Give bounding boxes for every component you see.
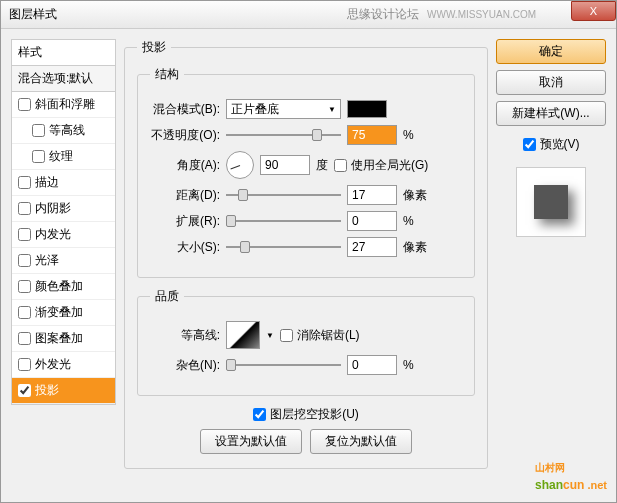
angle-input[interactable]: 90 (260, 155, 310, 175)
style-label: 等高线 (49, 122, 85, 139)
style-label: 内阴影 (35, 200, 71, 217)
opacity-label: 不透明度(O): (150, 127, 220, 144)
style-label: 外发光 (35, 356, 71, 373)
style-label: 渐变叠加 (35, 304, 83, 321)
style-checkbox[interactable] (18, 306, 31, 319)
action-panel: 确定 取消 新建样式(W)... 预览(V) (496, 39, 606, 492)
watermark: 山村网 shancun.net (535, 461, 607, 493)
style-checkbox[interactable] (18, 332, 31, 345)
style-label: 图案叠加 (35, 330, 83, 347)
style-label: 颜色叠加 (35, 278, 83, 295)
style-label: 光泽 (35, 252, 59, 269)
style-label: 斜面和浮雕 (35, 96, 95, 113)
style-item-10[interactable]: 外发光 (12, 352, 115, 378)
style-checkbox[interactable] (32, 124, 45, 137)
contour-picker[interactable] (226, 321, 260, 349)
knockout-checkbox[interactable]: 图层挖空投影(U) (137, 406, 475, 423)
cancel-button[interactable]: 取消 (496, 70, 606, 95)
size-input[interactable]: 27 (347, 237, 397, 257)
spread-input[interactable]: 0 (347, 211, 397, 231)
chevron-down-icon[interactable]: ▼ (266, 331, 274, 340)
preview-checkbox[interactable]: 预览(V) (496, 136, 606, 153)
preview-swatch (534, 185, 568, 219)
angle-dial[interactable] (226, 151, 254, 179)
quality-fieldset: 品质 等高线: ▼ 消除锯齿(L) 杂色(N): 0 % (137, 288, 475, 396)
titlebar: 图层样式 思缘设计论坛 WWW.MISSYUAN.COM X (1, 1, 616, 29)
close-button[interactable]: X (571, 1, 616, 21)
noise-slider[interactable] (226, 359, 341, 371)
style-checkbox[interactable] (18, 384, 31, 397)
style-item-4[interactable]: 内阴影 (12, 196, 115, 222)
styles-header[interactable]: 样式 (12, 40, 115, 66)
style-item-1[interactable]: 等高线 (12, 118, 115, 144)
main-legend: 投影 (137, 39, 171, 56)
angle-label: 角度(A): (150, 157, 220, 174)
layer-style-dialog: 图层样式 思缘设计论坛 WWW.MISSYUAN.COM X 样式 混合选项:默… (0, 0, 617, 503)
style-label: 描边 (35, 174, 59, 191)
style-label: 内发光 (35, 226, 71, 243)
style-checkbox[interactable] (18, 358, 31, 371)
spread-label: 扩展(R): (150, 213, 220, 230)
style-item-7[interactable]: 颜色叠加 (12, 274, 115, 300)
style-item-0[interactable]: 斜面和浮雕 (12, 92, 115, 118)
style-checkbox[interactable] (18, 280, 31, 293)
ok-button[interactable]: 确定 (496, 39, 606, 64)
antialias-checkbox[interactable]: 消除锯齿(L) (280, 327, 360, 344)
spread-slider[interactable] (226, 215, 341, 227)
blend-mode-dropdown[interactable]: 正片叠底▼ (226, 99, 341, 119)
styles-panel: 样式 混合选项:默认 斜面和浮雕等高线纹理描边内阴影内发光光泽颜色叠加渐变叠加图… (11, 39, 116, 492)
style-label: 投影 (35, 382, 59, 399)
style-checkbox[interactable] (18, 176, 31, 189)
style-checkbox[interactable] (18, 98, 31, 111)
global-light-checkbox[interactable]: 使用全局光(G) (334, 157, 428, 174)
style-item-11[interactable]: 投影 (12, 378, 115, 404)
style-checkbox[interactable] (18, 228, 31, 241)
size-slider[interactable] (226, 241, 341, 253)
reset-default-button[interactable]: 复位为默认值 (310, 429, 412, 454)
style-checkbox[interactable] (18, 202, 31, 215)
blend-mode-label: 混合模式(B): (150, 101, 220, 118)
main-fieldset: 投影 结构 混合模式(B): 正片叠底▼ 不透明度(O): 75 % (124, 39, 488, 469)
opacity-slider[interactable] (226, 129, 341, 141)
set-default-button[interactable]: 设置为默认值 (200, 429, 302, 454)
style-item-3[interactable]: 描边 (12, 170, 115, 196)
size-label: 大小(S): (150, 239, 220, 256)
style-item-5[interactable]: 内发光 (12, 222, 115, 248)
distance-input[interactable]: 17 (347, 185, 397, 205)
chevron-down-icon: ▼ (328, 105, 336, 114)
new-style-button[interactable]: 新建样式(W)... (496, 101, 606, 126)
opacity-input[interactable]: 75 (347, 125, 397, 145)
style-item-2[interactable]: 纹理 (12, 144, 115, 170)
style-item-6[interactable]: 光泽 (12, 248, 115, 274)
preview-box (516, 167, 586, 237)
style-label: 纹理 (49, 148, 73, 165)
style-item-9[interactable]: 图案叠加 (12, 326, 115, 352)
style-checkbox[interactable] (18, 254, 31, 267)
style-item-8[interactable]: 渐变叠加 (12, 300, 115, 326)
window-title: 图层样式 (9, 6, 57, 23)
settings-panel: 投影 结构 混合模式(B): 正片叠底▼ 不透明度(O): 75 % (124, 39, 488, 492)
style-checkbox[interactable] (32, 150, 45, 163)
distance-label: 距离(D): (150, 187, 220, 204)
shadow-color-swatch[interactable] (347, 100, 387, 118)
subtitle: 思缘设计论坛 WWW.MISSYUAN.COM (347, 6, 536, 23)
structure-fieldset: 结构 混合模式(B): 正片叠底▼ 不透明度(O): 75 % (137, 66, 475, 278)
contour-label: 等高线: (150, 327, 220, 344)
blend-options[interactable]: 混合选项:默认 (12, 66, 115, 92)
noise-input[interactable]: 0 (347, 355, 397, 375)
noise-label: 杂色(N): (150, 357, 220, 374)
distance-slider[interactable] (226, 189, 341, 201)
